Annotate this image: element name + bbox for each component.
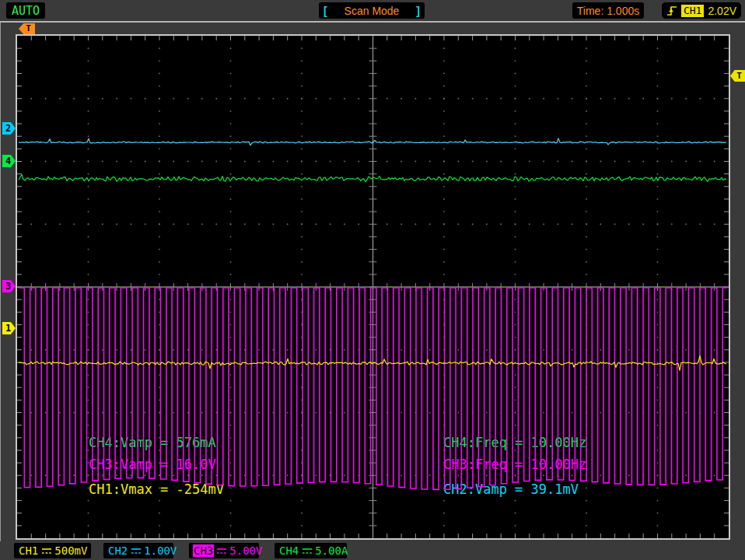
- channel-2-offset-marker[interactable]: 2: [2, 122, 16, 135]
- sweep-mode-label: Scan Mode: [345, 5, 400, 17]
- channel-1-name: CH1: [18, 544, 39, 557]
- trigger-source-badge: CH1: [681, 5, 704, 17]
- rising-edge-icon: [666, 5, 677, 17]
- channel-4-status-box[interactable]: CH4 5.00A: [275, 543, 347, 558]
- oscilloscope-screen: { "top_bar": { "acquisition_mode": "AUTO…: [0, 0, 745, 560]
- dc-coupling-icon: [302, 548, 313, 555]
- waveform-display[interactable]: CH4:Vamp = 576mA CH3:Vamp = 16.0V CH1:Vm…: [16, 34, 730, 540]
- channel-1-status-box[interactable]: CH1 500mV: [14, 543, 91, 558]
- channel-2-name: CH2: [107, 544, 128, 557]
- dc-coupling-icon: [41, 548, 52, 555]
- channel-1-offset-marker[interactable]: 1: [2, 322, 16, 334]
- timebase-readout[interactable]: Time: 1.000s: [572, 2, 644, 19]
- dc-coupling-icon: [131, 548, 142, 555]
- channel-4-offset-marker[interactable]: 4: [2, 155, 16, 167]
- channel-3-offset-marker[interactable]: 3: [2, 280, 16, 292]
- graticule-and-traces: [17, 36, 729, 538]
- trigger-readout[interactable]: CH1 2.02V: [662, 2, 741, 19]
- bracket-right: ]: [416, 5, 420, 17]
- trigger-position-marker[interactable]: T: [19, 23, 35, 34]
- channel-1-scale: 500mV: [54, 544, 87, 557]
- bottom-status-bar: CH1 500mV CH2 1.00V CH3 5.00V CH4 5.00A: [0, 541, 745, 560]
- sweep-mode-indicator: [ Scan Mode ]: [319, 2, 425, 19]
- channel-3-scale: 5.00V: [229, 544, 262, 557]
- channel-4-name: CH4: [278, 544, 299, 557]
- bracket-left: [: [324, 5, 327, 17]
- channel-2-status-box[interactable]: CH2 1.00V: [103, 543, 173, 558]
- trigger-level-value: 2.02V: [708, 5, 736, 17]
- acquisition-status-badge[interactable]: AUTO: [6, 2, 45, 19]
- channel-3-status-box[interactable]: CH3 5.00V: [189, 543, 259, 558]
- top-status-bar: AUTO [ Scan Mode ] Time: 1.000s CH1 2.02…: [0, 0, 745, 23]
- channel-2-scale: 1.00V: [144, 544, 177, 557]
- dc-coupling-icon: [216, 548, 227, 555]
- channel-3-name: CH3: [193, 544, 214, 557]
- channel-4-scale: 5.00A: [315, 544, 348, 557]
- trigger-level-marker[interactable]: T: [730, 70, 745, 82]
